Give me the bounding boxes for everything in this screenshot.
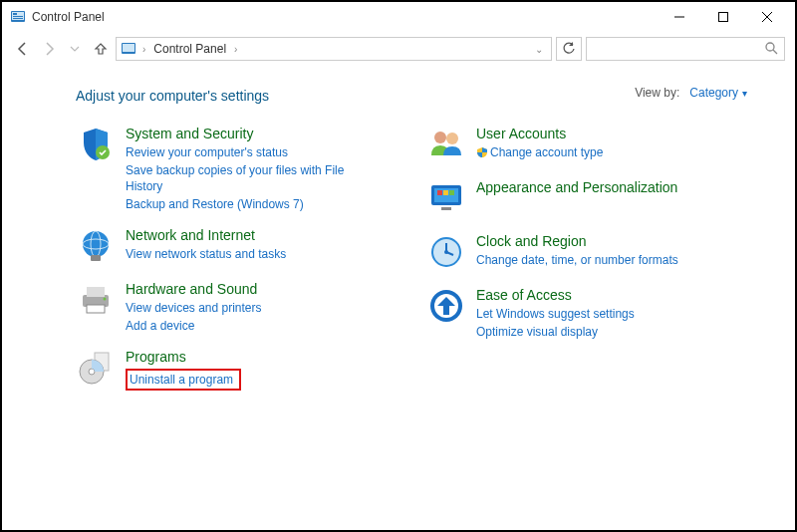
content: Adjust your computer's settings System a… — [2, 66, 795, 414]
svg-point-26 — [446, 133, 458, 144]
view-by-selector[interactable]: View by: Category ▾ — [635, 86, 747, 100]
view-by-label: View by: — [635, 86, 679, 100]
svg-point-36 — [444, 250, 448, 254]
category-user-accounts: User Accounts Change account type — [426, 126, 725, 165]
clock-icon[interactable] — [426, 233, 466, 273]
svg-line-12 — [773, 50, 777, 54]
svg-rect-20 — [87, 305, 105, 313]
subitem-link[interactable]: Save backup copies of your files with Fi… — [126, 161, 375, 195]
svg-point-11 — [766, 43, 774, 51]
svg-point-25 — [434, 132, 446, 143]
breadcrumb-root[interactable]: Control Panel — [151, 42, 228, 56]
category-clock-region: Clock and Region Change date, time, or n… — [426, 233, 725, 273]
category-programs: Programs Uninstall a program — [76, 349, 375, 391]
svg-rect-10 — [123, 44, 134, 52]
right-column: User Accounts Change account type Appear… — [426, 126, 725, 404]
ease-of-access-icon[interactable] — [426, 287, 466, 327]
chevron-right-icon[interactable]: › — [140, 44, 147, 55]
svg-rect-17 — [91, 255, 101, 261]
subitem-link[interactable]: View devices and printers — [126, 299, 375, 317]
uac-shield-icon — [476, 146, 488, 162]
forward-button[interactable] — [38, 38, 60, 60]
svg-rect-30 — [443, 190, 448, 195]
svg-point-24 — [89, 369, 95, 375]
refresh-button[interactable] — [556, 37, 582, 61]
svg-rect-19 — [87, 287, 105, 297]
printer-icon[interactable] — [76, 281, 116, 321]
svg-rect-4 — [13, 18, 23, 19]
category-title[interactable]: User Accounts — [476, 126, 725, 141]
window-title: Control Panel — [32, 10, 105, 24]
chevron-right-icon[interactable]: › — [232, 44, 239, 55]
category-title[interactable]: Hardware and Sound — [126, 281, 375, 297]
subitem-link[interactable]: Change date, time, or number formats — [476, 251, 725, 269]
subitem-link[interactable]: Add a device — [126, 317, 375, 335]
category-appearance-personalization: Appearance and Personalization — [426, 179, 725, 219]
subitem-link[interactable]: Change account type — [476, 143, 725, 163]
back-button[interactable] — [12, 38, 34, 60]
globe-icon[interactable] — [76, 227, 116, 267]
svg-rect-31 — [449, 190, 454, 195]
subitem-link[interactable]: Review your computer's status — [126, 143, 375, 161]
titlebar: Control Panel — [2, 2, 795, 32]
subitem-uninstall-program[interactable]: Uninstall a program — [126, 369, 241, 391]
minimize-button[interactable] — [658, 3, 701, 31]
category-ease-of-access: Ease of Access Let Windows suggest setti… — [426, 287, 725, 341]
close-button[interactable] — [745, 3, 789, 31]
search-input[interactable] — [586, 37, 785, 61]
people-icon[interactable] — [426, 126, 466, 165]
svg-rect-6 — [719, 13, 728, 22]
category-title[interactable]: System and Security — [126, 126, 375, 141]
category-system-security: System and Security Review your computer… — [76, 126, 375, 213]
category-network-internet: Network and Internet View network status… — [76, 227, 375, 267]
view-by-value: Category — [689, 86, 738, 100]
subitem-link[interactable]: View network status and tasks — [126, 245, 375, 263]
chevron-down-icon[interactable]: ⌄ — [535, 44, 547, 55]
disc-icon[interactable] — [76, 349, 116, 389]
left-column: System and Security Review your computer… — [76, 126, 375, 404]
recent-locations-button[interactable] — [64, 38, 86, 60]
address-bar[interactable]: › Control Panel › ⌄ — [116, 37, 552, 61]
svg-rect-3 — [13, 16, 23, 17]
control-panel-icon — [121, 41, 136, 57]
search-icon — [764, 41, 778, 58]
subitem-link[interactable]: Let Windows suggest settings — [476, 305, 725, 323]
category-title[interactable]: Clock and Region — [476, 233, 725, 249]
shield-icon[interactable] — [76, 126, 116, 165]
navbar: › Control Panel › ⌄ — [2, 32, 795, 66]
monitor-icon[interactable] — [426, 179, 466, 219]
category-hardware-sound: Hardware and Sound View devices and prin… — [76, 281, 375, 335]
svg-rect-29 — [437, 190, 442, 195]
svg-point-21 — [104, 298, 107, 301]
subitem-link[interactable]: Backup and Restore (Windows 7) — [126, 195, 375, 213]
svg-rect-2 — [13, 13, 17, 15]
svg-rect-32 — [441, 207, 451, 210]
category-title[interactable]: Appearance and Personalization — [476, 179, 725, 195]
category-title[interactable]: Programs — [126, 349, 375, 365]
chevron-down-icon: ▾ — [742, 88, 747, 99]
svg-point-14 — [83, 231, 109, 257]
control-panel-icon — [10, 9, 26, 25]
category-title[interactable]: Network and Internet — [126, 227, 375, 243]
up-button[interactable] — [90, 38, 112, 60]
category-title[interactable]: Ease of Access — [476, 287, 725, 303]
maximize-button[interactable] — [701, 3, 745, 31]
subitem-link[interactable]: Optimize visual display — [476, 323, 725, 341]
